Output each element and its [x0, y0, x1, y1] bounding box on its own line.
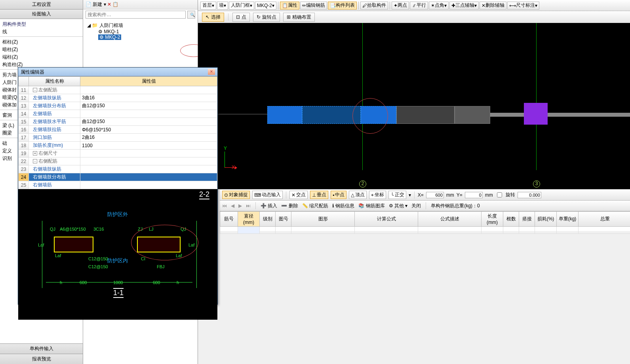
- ortho-toggle[interactable]: └ 正交: [388, 191, 406, 199]
- nav-first-icon[interactable]: ⏮: [222, 203, 227, 209]
- col-header[interactable]: 公式描述: [418, 212, 482, 227]
- nav-last-icon[interactable]: ⏭: [246, 203, 251, 209]
- pick-component-button[interactable]: 🖊 拾取构件: [360, 2, 388, 9]
- col-header[interactable]: 损耗(%): [535, 212, 557, 227]
- select-button[interactable]: ↖ 选择: [202, 13, 224, 22]
- drawing-canvas[interactable]: 2 3 Y X: [198, 23, 630, 189]
- point-button[interactable]: ⊡ 点: [232, 13, 250, 22]
- rotate-point-button[interactable]: ↻ 旋转点: [253, 13, 280, 22]
- y-input[interactable]: [465, 192, 483, 198]
- col-header[interactable]: 图号: [276, 212, 291, 227]
- nav-next-icon[interactable]: ▶: [238, 203, 242, 209]
- insert-button[interactable]: ➕ 插入: [261, 203, 277, 209]
- col-header[interactable]: 筋号: [220, 212, 238, 227]
- delete-button[interactable]: ✕: [107, 2, 111, 7]
- module-single-input[interactable]: 单构件输入: [0, 343, 83, 354]
- property-row[interactable]: 24右侧墙肢分布筋: [19, 173, 217, 181]
- property-row[interactable]: 13左侧墙肢分布筋曲12@150: [19, 102, 217, 110]
- ribbon-row-2: ↖ 选择 ⊡ 点 ↻ 旋转点 ⊞ 精确布置: [198, 11, 630, 23]
- property-row[interactable]: 15左侧墙肢水平筋曲12@150: [19, 118, 217, 126]
- copy-button[interactable]: 📋: [112, 2, 118, 7]
- property-row[interactable]: 18加筋长度(mm)1100: [19, 142, 217, 150]
- dynamic-input-toggle[interactable]: ⌨ 动态输入: [252, 191, 283, 199]
- intersection-snap[interactable]: ✕ 交点: [289, 191, 308, 199]
- close-icon[interactable]: ×: [208, 69, 215, 75]
- tree-item[interactable]: 暗柱(Z): [0, 46, 83, 53]
- component-tree[interactable]: ◢ 📁 人防门框墙 ⚙ MKQ-1 ⚙ MKQ-2: [83, 20, 198, 42]
- property-grid[interactable]: 属性名称属性值 11-左侧配筋12左侧墙肢纵筋3曲1613左侧墙肢分布筋曲12@…: [18, 76, 217, 189]
- scale-rebar-button[interactable]: 📏 缩尺配筋: [302, 203, 328, 209]
- property-row[interactable]: 25右侧墙筋: [19, 181, 217, 189]
- delete-axis-button[interactable]: ✕ 删除辅轴: [480, 2, 506, 9]
- tree-parent[interactable]: ◢ 📁 人防门框墙: [87, 22, 194, 29]
- component-list-button[interactable]: 📑 构件列表: [328, 2, 357, 9]
- col-header[interactable]: 搭接: [519, 212, 535, 227]
- new-button[interactable]: 📄 新建 ▾: [86, 2, 106, 7]
- close-button[interactable]: 关闭: [411, 203, 421, 209]
- module-header-draw[interactable]: 绘图输入: [0, 9, 83, 19]
- object-snap-toggle[interactable]: ⊙ 对象捕捉: [222, 191, 250, 199]
- col-header-active[interactable]: 直径(mm): [238, 212, 260, 227]
- midpoint-snap[interactable]: ▪ 中点: [331, 191, 346, 199]
- tree-item[interactable]: 端柱(Z): [0, 53, 83, 61]
- type-combo[interactable]: 人防门框 ▾: [229, 2, 254, 9]
- total-weight-label: 单构件钢筋总重(kg)：0: [431, 203, 480, 209]
- rotate-input[interactable]: [518, 192, 541, 198]
- table-row[interactable]: [220, 227, 630, 234]
- col-header[interactable]: 计算公式: [355, 212, 418, 227]
- x-input[interactable]: [426, 192, 444, 198]
- module-header-settings[interactable]: 工程设置: [0, 0, 83, 9]
- search-button[interactable]: 🔍: [187, 11, 195, 19]
- property-row[interactable]: 12左侧墙肢纵筋3曲16: [19, 94, 217, 102]
- point-angle-button[interactable]: ✶ 点角 ▾: [429, 2, 449, 9]
- vertex-snap[interactable]: △ 顶点: [349, 191, 367, 199]
- tree-item[interactable]: 框柱(Z): [0, 38, 83, 46]
- coordinate-snap[interactable]: ⌖ 坐标: [369, 191, 386, 199]
- tree-group[interactable]: 用构件类型: [0, 21, 83, 28]
- rebar-library-button[interactable]: 📚 钢筋图库: [358, 203, 384, 209]
- x-label: X=: [418, 192, 424, 198]
- edit-rebar-button[interactable]: ✏ 编辑钢筋: [300, 2, 327, 9]
- property-row[interactable]: 22-右侧配筋: [19, 157, 217, 165]
- axis-label: 2: [359, 180, 366, 188]
- col-header[interactable]: 图形: [291, 212, 355, 227]
- nav-prev-icon[interactable]: ◀: [231, 203, 234, 209]
- dimension-button[interactable]: ⟷ 尺寸标注 ▾: [507, 2, 539, 9]
- property-row[interactable]: 19+右侧尺寸: [19, 150, 217, 157]
- property-editor-dialog[interactable]: 属性编辑器 × 属性名称属性值 11-左侧配筋12左侧墙肢纵筋3曲1613左侧墙…: [18, 67, 218, 305]
- floor-combo[interactable]: 首层 ▾: [200, 2, 216, 9]
- rotate-checkbox[interactable]: [497, 192, 502, 197]
- dialog-title-bar[interactable]: 属性编辑器 ×: [18, 68, 217, 76]
- property-row[interactable]: 23右侧墙肢纵筋: [19, 165, 217, 173]
- rebar-table[interactable]: 筋号 直径(mm) 级别 图号 图形 计算公式 公式描述 长度(mm) 根数 搭…: [220, 211, 630, 234]
- col-header[interactable]: 长度(mm): [482, 212, 503, 227]
- three-point-axis-button[interactable]: ✚ 三点辅轴 ▾: [449, 2, 479, 9]
- col-header[interactable]: 单重(kg): [557, 212, 579, 227]
- dialog-title: 属性编辑器: [21, 69, 44, 75]
- property-row[interactable]: 14左侧墙筋: [19, 110, 217, 118]
- col-header[interactable]: 总重: [579, 212, 630, 227]
- property-row[interactable]: 16左侧墙肢拉筋Φ6@150*150: [19, 126, 217, 134]
- y-axis-label: Y: [224, 146, 227, 151]
- axis-label: 3: [533, 180, 540, 188]
- ribbon-row-1: 首层 ▾ 墙 ▾ 人防门框 ▾ MKQ-2 ▾ 📋 属性 ✏ 编辑钢筋 📑 构件…: [198, 0, 630, 11]
- tree-child-selected[interactable]: ⚙ MKQ-2: [98, 34, 121, 40]
- component-combo[interactable]: MKQ-2 ▾: [255, 2, 276, 9]
- col-header[interactable]: 根数: [503, 212, 519, 227]
- tree-group[interactable]: 线: [0, 28, 83, 36]
- property-button[interactable]: 📋 属性: [280, 2, 299, 9]
- category-combo[interactable]: 墙 ▾: [217, 2, 228, 9]
- property-row[interactable]: 11-左侧配筋: [19, 86, 217, 94]
- rebar-info-button[interactable]: ℹ 钢筋信息: [332, 203, 354, 209]
- module-report[interactable]: 报表预览: [0, 354, 83, 364]
- property-row[interactable]: 17洞口加筋2曲16: [19, 134, 217, 142]
- other-button[interactable]: ⚙ 其他 ▾: [389, 203, 408, 209]
- delete-button[interactable]: ➖ 删除: [281, 203, 298, 209]
- parallel-button[interactable]: ⫽ 平行: [410, 2, 428, 9]
- perpendicular-snap[interactable]: ⊥ 垂点: [310, 191, 328, 199]
- tree-child[interactable]: ⚙ MKQ-1: [98, 29, 194, 34]
- two-point-button[interactable]: ✦ 两点: [392, 2, 409, 9]
- search-component-input[interactable]: [86, 11, 186, 19]
- precise-place-button[interactable]: ⊞ 精确布置: [283, 13, 315, 22]
- col-header[interactable]: 级别: [260, 212, 276, 227]
